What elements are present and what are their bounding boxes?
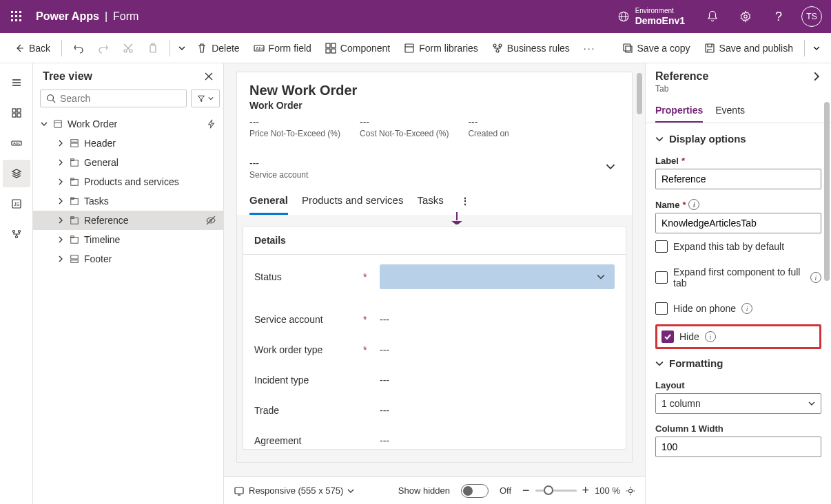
info-icon[interactable]: i <box>741 303 752 314</box>
tree-node-footer[interactable]: Footer <box>33 249 223 269</box>
rail-hamburger[interactable] <box>3 69 30 96</box>
settings-button[interactable] <box>729 0 762 33</box>
form-field-button[interactable]: Abc Form field <box>248 39 317 58</box>
checkbox-expand-full[interactable]: Expand first component to full tab i <box>655 260 821 295</box>
save-split-button[interactable] <box>810 41 823 56</box>
component-button[interactable]: Component <box>320 39 396 58</box>
overflow-button[interactable]: ··· <box>578 39 602 58</box>
header-field[interactable]: ---Price Not-To-Exceed (%) <box>249 116 340 138</box>
paste-button[interactable] <box>142 39 164 58</box>
environment-picker[interactable]: Environment DemoEnv1 <box>606 7 696 27</box>
col1-width-input[interactable] <box>655 437 821 457</box>
layout-select[interactable]: 1 column <box>655 393 821 414</box>
section-formatting[interactable]: Formatting <box>655 355 821 375</box>
svg-rect-45 <box>71 143 79 147</box>
svg-text:Abc: Abc <box>256 46 265 51</box>
help-button[interactable]: ? <box>762 0 795 33</box>
form-preview[interactable]: New Work Order Work Order ---Price Not-T… <box>236 72 633 463</box>
tree-search-input[interactable] <box>60 93 181 104</box>
zoom-control[interactable]: − + 100 % <box>522 483 635 498</box>
avatar: TS <box>801 6 822 27</box>
header-field[interactable]: ---Cost Not-To-Exceed (%) <box>360 116 449 138</box>
section-display-options[interactable]: Display options <box>655 130 821 150</box>
zoom-out-button[interactable]: − <box>522 483 530 498</box>
rail-tree[interactable] <box>3 160 30 187</box>
form-tab-general[interactable]: General <box>249 187 288 215</box>
tree-node-tasks[interactable]: Tasks <box>33 191 223 211</box>
info-icon[interactable]: i <box>705 331 716 342</box>
checkbox-hide-phone[interactable]: Hide on phone i <box>655 295 821 322</box>
responsive-picker[interactable]: Responsive (555 x 575) <box>234 485 354 496</box>
form-libraries-button[interactable]: Form libraries <box>398 39 484 58</box>
field-agreement[interactable]: Agreement --- <box>243 426 626 449</box>
zoom-slider[interactable] <box>535 490 577 492</box>
header-field[interactable]: ---Created on <box>468 116 544 138</box>
rail-fields[interactable]: Abc <box>3 129 30 157</box>
grid-icon <box>11 107 22 118</box>
tree-node-reference[interactable]: Reference <box>33 211 223 230</box>
svg-point-14 <box>130 50 132 52</box>
rail-components[interactable] <box>3 99 30 127</box>
field-service-account[interactable]: Service account * --- <box>243 304 626 335</box>
cut-button[interactable] <box>117 39 139 58</box>
props-tab-events[interactable]: Events <box>715 99 745 123</box>
field-trade[interactable]: Trade --- <box>243 395 626 426</box>
field-status[interactable]: Status * <box>243 255 626 304</box>
tree-filter-button[interactable] <box>191 90 220 107</box>
left-rail: Abc JS <box>0 63 33 504</box>
tree-node-general[interactable]: General <box>33 153 223 172</box>
tree-panel: Tree view Work Order <box>33 63 224 504</box>
rail-js[interactable]: JS <box>3 190 30 218</box>
tree-close-button[interactable] <box>204 72 214 81</box>
checkbox-hide[interactable] <box>661 330 674 343</box>
svg-rect-42 <box>54 120 62 128</box>
hidden-indicator <box>205 215 216 226</box>
form-header-expand[interactable] <box>602 158 619 176</box>
label-input[interactable] <box>655 169 821 189</box>
undo-button[interactable] <box>68 39 90 58</box>
info-icon[interactable]: i <box>810 272 821 283</box>
chevron-down-icon <box>655 359 664 368</box>
canvas-scrollbar[interactable] <box>637 73 642 114</box>
section-icon <box>69 253 80 264</box>
props-scrollbar[interactable] <box>824 102 830 281</box>
props-tab-properties[interactable]: Properties <box>655 99 703 123</box>
svg-rect-31 <box>17 109 21 112</box>
rail-rules[interactable] <box>3 220 30 248</box>
fit-icon[interactable] <box>626 486 635 496</box>
redo-button[interactable] <box>92 39 114 58</box>
account-button[interactable]: TS <box>795 0 828 33</box>
eye-off-icon <box>205 215 216 226</box>
header-field[interactable]: ---Service account <box>249 158 325 180</box>
tree-node-timeline[interactable]: Timeline <box>33 230 223 249</box>
form-tab-products[interactable]: Products and services <box>302 187 404 215</box>
field-work-order-type[interactable]: Work order type * --- <box>243 335 626 365</box>
delete-button[interactable]: Delete <box>191 39 245 58</box>
tree-node-header[interactable]: Header <box>33 134 223 153</box>
notifications-button[interactable] <box>696 0 729 33</box>
form-title: New Work Order <box>249 82 619 98</box>
tree-search[interactable] <box>40 90 187 107</box>
waffle-launcher[interactable] <box>0 0 33 33</box>
back-button[interactable]: Back <box>8 39 56 58</box>
info-icon[interactable]: i <box>688 199 699 210</box>
save-publish-button[interactable]: Save and publish <box>699 39 799 58</box>
zoom-in-button[interactable]: + <box>582 483 590 498</box>
field-incident-type[interactable]: Incident type --- <box>243 365 626 395</box>
chevron-right-icon <box>812 72 821 81</box>
tree-root-work-order[interactable]: Work Order <box>33 114 223 134</box>
form-section-details[interactable]: Details Status * Service account * --- <box>243 226 626 450</box>
bolt-icon[interactable] <box>207 119 216 129</box>
business-rules-button[interactable]: Business rules <box>486 39 575 58</box>
save-copy-button[interactable]: Save a copy <box>617 39 696 58</box>
tree-node-products[interactable]: Products and services <box>33 172 223 191</box>
svg-rect-22 <box>331 49 336 53</box>
add-split-button[interactable] <box>176 41 188 56</box>
form-tab-overflow[interactable]: ⋮ <box>458 189 474 213</box>
status-dropdown[interactable] <box>380 264 615 289</box>
form-tab-tasks[interactable]: Tasks <box>417 187 443 215</box>
props-expand-button[interactable] <box>812 72 821 81</box>
name-input[interactable] <box>655 213 821 233</box>
show-hidden-toggle[interactable] <box>461 484 489 498</box>
checkbox-expand-default[interactable]: Expand this tab by default <box>655 233 821 260</box>
